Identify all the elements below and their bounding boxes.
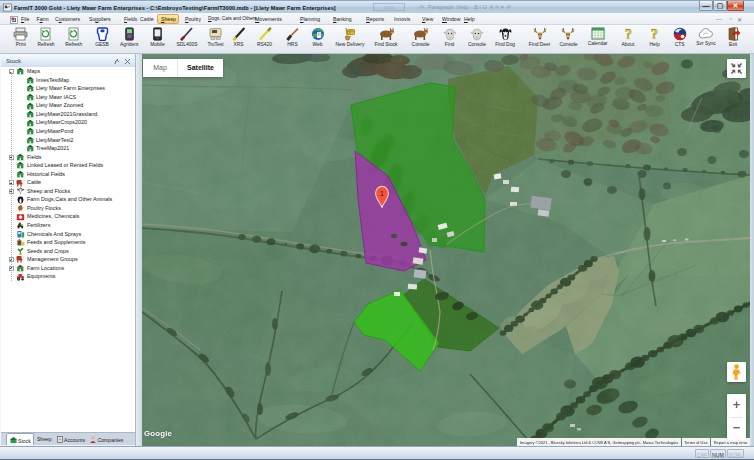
svg-text:?: ? — [625, 27, 632, 41]
svg-text:?: ? — [651, 27, 658, 41]
svg-text:1: 1 — [380, 190, 384, 197]
